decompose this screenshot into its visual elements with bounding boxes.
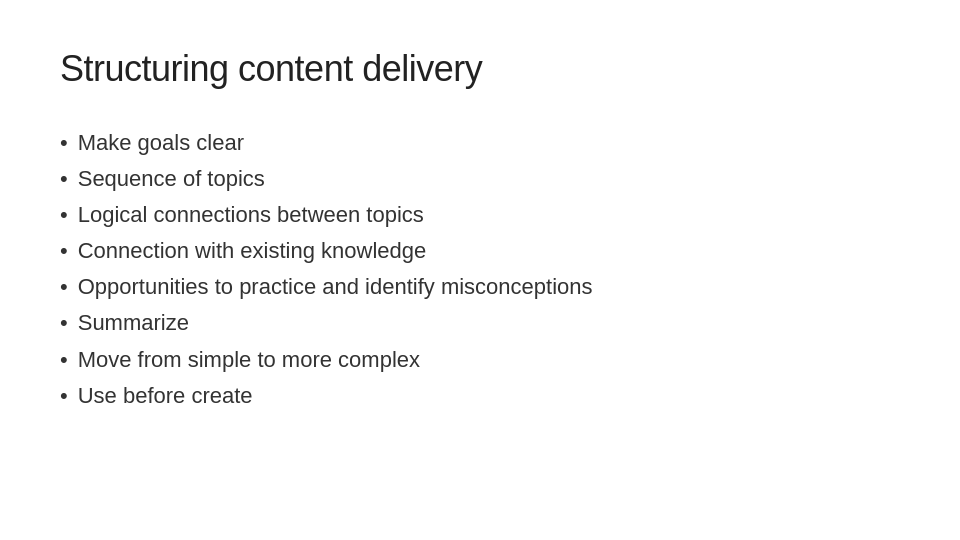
bullet-text: Opportunities to practice and identify m… [78, 270, 593, 304]
bullet-text: Logical connections between topics [78, 198, 424, 232]
list-item: •Summarize [60, 306, 900, 340]
bullet-text: Sequence of topics [78, 162, 265, 196]
list-item: •Opportunities to practice and identify … [60, 270, 900, 304]
list-item: •Use before create [60, 379, 900, 413]
bullet-dot: • [60, 234, 68, 268]
slide-title: Structuring content delivery [60, 48, 900, 90]
list-item: •Logical connections between topics [60, 198, 900, 232]
bullet-text: Make goals clear [78, 126, 244, 160]
list-item: •Connection with existing knowledge [60, 234, 900, 268]
bullet-text: Move from simple to more complex [78, 343, 420, 377]
bullet-dot: • [60, 306, 68, 340]
bullet-dot: • [60, 162, 68, 196]
bullet-text: Summarize [78, 306, 189, 340]
list-item: •Sequence of topics [60, 162, 900, 196]
list-item: •Move from simple to more complex [60, 343, 900, 377]
bullet-list: •Make goals clear•Sequence of topics•Log… [60, 126, 900, 413]
bullet-text: Connection with existing knowledge [78, 234, 427, 268]
list-item: •Make goals clear [60, 126, 900, 160]
bullet-dot: • [60, 343, 68, 377]
bullet-dot: • [60, 198, 68, 232]
slide: Structuring content delivery •Make goals… [0, 0, 960, 540]
bullet-dot: • [60, 126, 68, 160]
bullet-dot: • [60, 379, 68, 413]
bullet-dot: • [60, 270, 68, 304]
bullet-text: Use before create [78, 379, 253, 413]
